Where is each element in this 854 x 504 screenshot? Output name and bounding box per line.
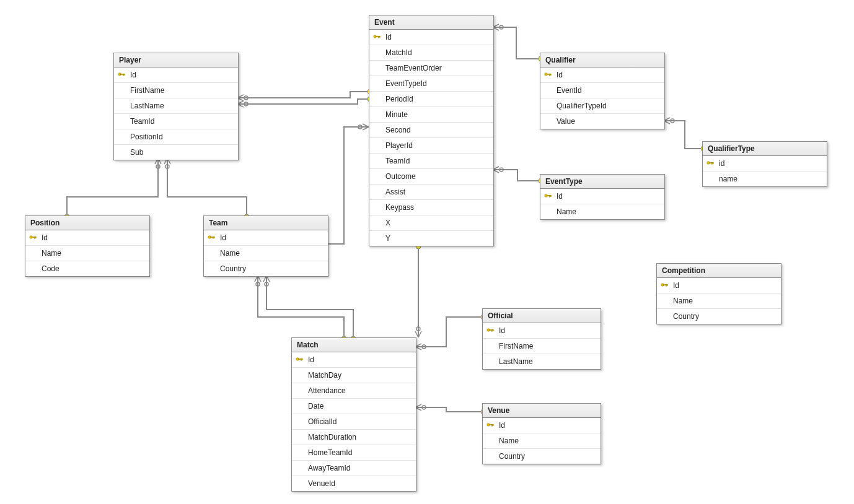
table-column[interactable]: Id <box>540 189 664 204</box>
table-column[interactable]: TeamId <box>369 154 493 169</box>
connector-event-etype <box>493 170 540 181</box>
table-column[interactable]: EventTypeId <box>369 76 493 92</box>
table-column[interactable]: FirstName <box>483 339 601 354</box>
column-icon <box>544 207 553 216</box>
table-column[interactable]: Id <box>292 352 416 368</box>
table-header[interactable]: Position <box>25 216 149 230</box>
table-etype[interactable]: EventTypeIdName <box>540 174 665 220</box>
table-column[interactable]: Name <box>25 246 149 261</box>
table-column[interactable]: MatchId <box>369 45 493 61</box>
table-column[interactable]: Name <box>204 246 328 261</box>
table-column[interactable]: Id <box>204 230 328 246</box>
svg-rect-90 <box>491 424 492 426</box>
svg-rect-83 <box>302 358 302 360</box>
column-icon <box>486 437 495 445</box>
table-column[interactable]: Country <box>483 449 601 464</box>
table-column[interactable]: Id <box>483 418 601 433</box>
table-column[interactable]: name <box>703 172 827 186</box>
table-column[interactable]: Id <box>657 278 781 293</box>
column-name: Value <box>557 117 575 126</box>
table-header[interactable]: Official <box>483 309 601 323</box>
table-header[interactable]: Competition <box>657 264 781 278</box>
table-column[interactable]: Value <box>540 114 664 129</box>
table-column[interactable]: LastName <box>114 98 238 114</box>
column-icon <box>373 79 382 88</box>
table-qtype[interactable]: QualifierTypeidname <box>702 141 827 187</box>
table-column[interactable]: id <box>703 156 827 172</box>
table-column[interactable]: Outcome <box>369 169 493 185</box>
table-competition[interactable]: CompetitionIdNameCountry <box>656 263 781 324</box>
table-column[interactable]: Attendance <box>292 383 416 399</box>
table-column[interactable]: PeriodId <box>369 92 493 107</box>
column-icon <box>118 133 126 141</box>
table-column[interactable]: AwayTeamId <box>292 461 416 476</box>
table-official[interactable]: OfficialIdFirstNameLastName <box>482 308 601 370</box>
column-name: QualifierTypeId <box>557 102 607 110</box>
table-column[interactable]: VenueId <box>292 476 416 491</box>
table-header[interactable]: QualifierType <box>703 142 827 156</box>
table-column[interactable]: Id <box>483 323 601 339</box>
table-column[interactable]: Assist <box>369 185 493 200</box>
connector-player-event-player <box>237 92 369 98</box>
table-column[interactable]: PlayerId <box>369 138 493 154</box>
table-column[interactable]: Name <box>540 204 664 219</box>
table-header[interactable]: Venue <box>483 404 601 418</box>
column-icon <box>118 148 126 157</box>
column-icon <box>486 342 495 350</box>
table-column[interactable]: Name <box>657 293 781 309</box>
table-event[interactable]: EventIdMatchIdTeamEventOrderEventTypeIdP… <box>369 15 494 246</box>
endpoint-many-icon <box>358 124 369 130</box>
table-column[interactable]: Keypass <box>369 200 493 215</box>
endpoint-many-icon <box>237 95 248 101</box>
svg-rect-55 <box>124 74 125 75</box>
column-icon <box>29 264 38 273</box>
table-column[interactable]: Id <box>114 67 238 83</box>
table-column[interactable]: PositionId <box>114 129 238 145</box>
column-name: TeamId <box>130 117 154 126</box>
table-column[interactable]: FirstName <box>114 83 238 98</box>
table-header[interactable]: Qualifier <box>540 53 664 67</box>
svg-line-43 <box>418 331 421 337</box>
table-column[interactable]: OfficialId <box>292 414 416 430</box>
svg-point-16 <box>500 168 503 172</box>
column-name: Id <box>220 233 226 242</box>
table-column[interactable]: EventId <box>540 83 664 98</box>
table-column[interactable]: Second <box>369 123 493 138</box>
table-column[interactable]: Name <box>483 433 601 449</box>
table-column[interactable]: TeamEventOrder <box>369 61 493 76</box>
table-column[interactable]: X <box>369 215 493 231</box>
table-header[interactable]: Event <box>369 15 493 30</box>
table-column[interactable]: Code <box>25 261 149 276</box>
table-column[interactable]: Y <box>369 231 493 246</box>
column-name: Minute <box>385 110 408 119</box>
column-name: FirstName <box>499 342 533 350</box>
table-column[interactable]: Country <box>657 309 781 324</box>
table-header[interactable]: Team <box>204 216 328 230</box>
table-column[interactable]: QualifierTypeId <box>540 98 664 114</box>
connector-team-match-home <box>258 276 344 337</box>
table-player[interactable]: PlayerIdFirstNameLastNameTeamIdPositionI… <box>113 53 239 160</box>
table-column[interactable]: Id <box>25 230 149 246</box>
svg-rect-79 <box>214 237 214 238</box>
svg-line-41 <box>415 331 418 337</box>
table-column[interactable]: MatchDay <box>292 368 416 383</box>
table-column[interactable]: Sub <box>114 145 238 160</box>
table-header[interactable]: Match <box>292 338 416 352</box>
table-match[interactable]: MatchIdMatchDayAttendanceDateOfficialIdM… <box>291 337 416 492</box>
table-team[interactable]: TeamIdNameCountry <box>203 215 328 277</box>
table-column[interactable]: Date <box>292 399 416 414</box>
table-header[interactable]: Player <box>114 53 238 67</box>
table-column[interactable]: MatchDuration <box>292 430 416 445</box>
table-column[interactable]: Id <box>369 30 493 45</box>
table-column[interactable]: Id <box>540 67 664 83</box>
table-column[interactable]: Country <box>204 261 328 276</box>
table-header[interactable]: EventType <box>540 175 664 189</box>
table-column[interactable]: HomeTeamId <box>292 445 416 461</box>
table-position[interactable]: PositionIdNameCode <box>25 215 150 277</box>
table-venue[interactable]: VenueIdNameCountry <box>482 403 601 464</box>
table-column[interactable]: TeamId <box>114 114 238 129</box>
table-column[interactable]: LastName <box>483 354 601 369</box>
table-column[interactable]: Minute <box>369 107 493 123</box>
table-qualifier[interactable]: QualifierIdEventIdQualifierTypeIdValue <box>540 53 665 129</box>
column-name: Id <box>308 355 314 364</box>
